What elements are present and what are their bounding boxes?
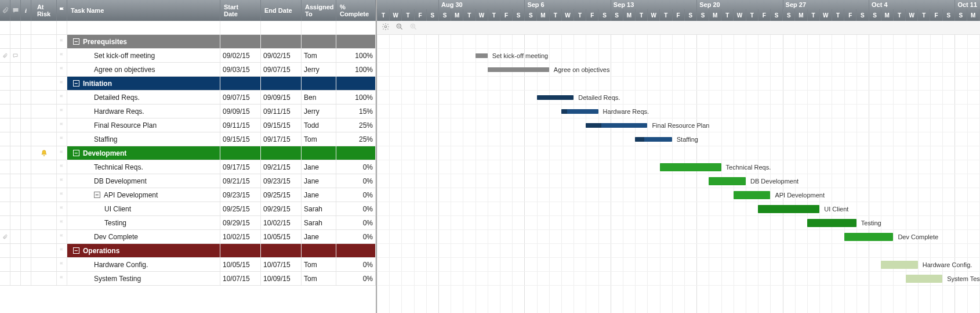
cell-start-date[interactable]: 09/03/15 bbox=[220, 63, 261, 76]
cell-start-date[interactable]: 09/09/15 bbox=[220, 105, 261, 118]
cell-at-risk[interactable] bbox=[31, 216, 57, 229]
cell-end-date[interactable]: 10/02/15 bbox=[261, 216, 302, 229]
cell-at-risk[interactable] bbox=[31, 160, 57, 174]
cell-end-date[interactable] bbox=[261, 146, 302, 160]
cell-end-date[interactable]: 09/21/15 bbox=[261, 160, 302, 174]
cell-task-name[interactable]: −Operations bbox=[67, 244, 220, 257]
gantt-row[interactable]: Set kick-off meeting bbox=[377, 49, 980, 63]
cell-start-date[interactable]: 09/29/15 bbox=[220, 216, 261, 229]
cell-at-risk[interactable] bbox=[31, 35, 57, 48]
cell-task-name[interactable]: Final Resource Plan bbox=[67, 118, 220, 132]
cell-task-name[interactable]: Set kick-off meeting bbox=[67, 49, 220, 62]
cell-assigned[interactable] bbox=[302, 35, 336, 48]
cell-attach[interactable] bbox=[0, 132, 10, 146]
gantt-bar[interactable]: Hardware Reqs. bbox=[561, 109, 598, 114]
cell-flag[interactable] bbox=[57, 244, 67, 257]
cell-attach[interactable] bbox=[0, 91, 10, 104]
cell-at-risk[interactable] bbox=[31, 188, 57, 202]
cell-assigned[interactable]: Jerry bbox=[302, 105, 336, 118]
cell-start-date[interactable] bbox=[220, 77, 261, 90]
cell-start-date[interactable]: 10/05/15 bbox=[220, 258, 261, 271]
cell-flag[interactable] bbox=[57, 91, 67, 104]
collapse-icon[interactable]: − bbox=[73, 150, 79, 156]
cell-attach[interactable] bbox=[0, 63, 10, 76]
gantt-row[interactable]: Hardware Config. bbox=[377, 258, 980, 272]
cell-at-risk[interactable] bbox=[31, 258, 57, 271]
cell-attach[interactable] bbox=[0, 202, 10, 215]
cell-at-risk[interactable] bbox=[31, 91, 57, 104]
section-header-row[interactable]: −Operations bbox=[0, 244, 376, 258]
cell-flag[interactable] bbox=[57, 160, 67, 174]
cell-comment[interactable] bbox=[10, 49, 21, 62]
gantt-bar[interactable]: Dev Complete bbox=[844, 233, 894, 241]
cell-attach[interactable] bbox=[0, 216, 10, 229]
cell-comment[interactable] bbox=[10, 118, 21, 132]
task-row[interactable]: Staffing09/15/1509/17/15Tom25% bbox=[0, 132, 376, 146]
cell-assigned[interactable]: Tom bbox=[302, 132, 336, 146]
cell-pct-complete[interactable]: 0% bbox=[336, 188, 376, 202]
gantt-bar[interactable]: Hardware Config. bbox=[881, 261, 918, 269]
col-comment[interactable] bbox=[10, 0, 21, 21]
cell-flag[interactable] bbox=[57, 188, 67, 202]
cell-pct-complete[interactable] bbox=[336, 77, 376, 90]
cell-flag[interactable] bbox=[57, 118, 67, 132]
cell-pct-complete[interactable]: 25% bbox=[336, 132, 376, 146]
cell-comment[interactable] bbox=[10, 91, 21, 104]
collapse-icon[interactable]: − bbox=[73, 38, 79, 45]
task-row[interactable]: System Testing10/07/1510/09/15Tom0% bbox=[0, 272, 376, 286]
cell-end-date[interactable]: 09/23/15 bbox=[261, 174, 302, 188]
cell-assigned[interactable]: Jerry bbox=[302, 63, 336, 76]
gantt-bar[interactable]: Testing bbox=[807, 219, 856, 227]
cell-flag[interactable] bbox=[57, 35, 67, 48]
zoom-out-icon[interactable] bbox=[395, 23, 404, 33]
cell-pct-complete[interactable]: 0% bbox=[336, 230, 376, 243]
task-row[interactable]: Agree on objectives09/03/1509/07/15Jerry… bbox=[0, 63, 376, 77]
cell-task-name[interactable]: Hardware Config. bbox=[67, 258, 220, 271]
collapse-icon[interactable]: − bbox=[73, 80, 79, 87]
cell-end-date[interactable] bbox=[261, 244, 302, 257]
cell-start-date[interactable] bbox=[220, 35, 261, 48]
cell-comment[interactable] bbox=[10, 35, 21, 48]
cell-flag[interactable] bbox=[57, 49, 67, 62]
collapse-icon[interactable]: − bbox=[73, 247, 79, 254]
cell-start-date[interactable]: 09/02/15 bbox=[220, 49, 261, 62]
col-task-name[interactable]: Task Name bbox=[67, 0, 220, 21]
cell-pct-complete[interactable]: 0% bbox=[336, 174, 376, 188]
gantt-bar[interactable]: Final Resource Plan bbox=[586, 123, 647, 128]
gantt-row[interactable]: Final Resource Plan bbox=[377, 118, 980, 132]
gantt-row[interactable]: DB Development bbox=[377, 174, 980, 188]
cell-assigned[interactable]: Jane bbox=[302, 230, 336, 243]
cell-flag[interactable] bbox=[57, 63, 67, 76]
cell-pct-complete[interactable]: 0% bbox=[336, 202, 376, 215]
cell-flag[interactable] bbox=[57, 77, 67, 90]
cell-comment[interactable] bbox=[10, 216, 21, 229]
gantt-row[interactable]: Staffing bbox=[377, 132, 980, 146]
task-row[interactable]: Hardware Reqs.09/09/1509/11/15Jerry15% bbox=[0, 105, 376, 118]
task-row[interactable]: Technical Reqs.09/17/1509/21/15Jane0% bbox=[0, 160, 376, 174]
cell-task-name[interactable]: UI Client bbox=[67, 202, 220, 215]
col-assigned[interactable]: Assigned To bbox=[302, 0, 336, 21]
cell-task-name[interactable]: −Initiation bbox=[67, 77, 220, 90]
cell-pct-complete[interactable]: 100% bbox=[336, 49, 376, 62]
cell-flag[interactable] bbox=[57, 146, 67, 160]
cell-pct-complete[interactable]: 100% bbox=[336, 91, 376, 104]
cell-flag[interactable] bbox=[57, 272, 67, 285]
cell-flag[interactable] bbox=[57, 174, 67, 188]
cell-pct-complete[interactable]: 15% bbox=[336, 105, 376, 118]
col-flag[interactable] bbox=[57, 0, 67, 21]
cell-start-date[interactable]: 09/07/15 bbox=[220, 91, 261, 104]
cell-start-date[interactable]: 09/25/15 bbox=[220, 202, 261, 215]
col-end-date[interactable]: End Date bbox=[261, 0, 302, 21]
col-info[interactable]: i bbox=[21, 0, 31, 21]
cell-at-risk[interactable] bbox=[31, 118, 57, 132]
cell-flag[interactable] bbox=[57, 105, 67, 118]
cell-attach[interactable] bbox=[0, 244, 10, 257]
cell-task-name[interactable]: System Testing bbox=[67, 272, 220, 285]
cell-assigned[interactable]: Tom bbox=[302, 49, 336, 62]
cell-at-risk[interactable] bbox=[31, 244, 57, 257]
cell-task-name[interactable]: Hardware Reqs. bbox=[67, 105, 220, 118]
zoom-in-icon[interactable] bbox=[409, 23, 418, 33]
gear-icon[interactable] bbox=[382, 23, 390, 33]
cell-task-name[interactable]: Staffing bbox=[67, 132, 220, 146]
cell-assigned[interactable]: Jane bbox=[302, 174, 336, 188]
